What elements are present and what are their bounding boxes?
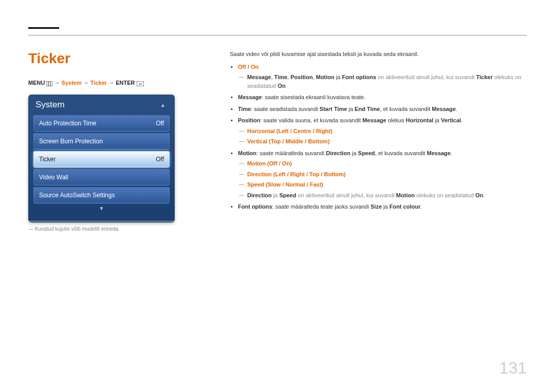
panel-header: System ▲ — [28, 95, 175, 115]
svg-rect-3 — [137, 81, 144, 86]
motion-note: Direction ja Speed on aktiveeritud ainul… — [238, 191, 527, 200]
motion-motion: Motion (Off / On) — [238, 159, 527, 168]
enter-icon — [137, 80, 144, 86]
breadcrumb-ticker: Ticker — [90, 80, 107, 86]
page-title: Ticker — [28, 50, 70, 67]
menu-icon — [46, 80, 52, 86]
menu-item-auto-protection[interactable]: Auto Protection Time Off — [33, 115, 170, 132]
option-off-on: Off / On Message, Time, Position, Motion… — [230, 63, 527, 90]
option-font-options: Font options: saate määratleda teate jao… — [230, 202, 527, 211]
description-column: Saate video või pildi kuvamise ajal sise… — [230, 50, 527, 214]
scroll-down-icon[interactable]: ▼ — [28, 206, 175, 211]
menu-item-video-wall[interactable]: Video Wall — [33, 169, 170, 185]
divider-line — [28, 35, 527, 35]
pos-horizontal: Horizontal (Left / Centre / Right) — [238, 127, 527, 136]
menu-item-source-autoswitch[interactable]: Source AutoSwitch Settings — [33, 187, 170, 203]
breadcrumb-enter: ENTER — [116, 80, 135, 86]
option-time: Time: saate seadistada suvandi Start Tim… — [230, 105, 527, 114]
motion-speed: Speed (Slow / Normal / Fast) — [238, 180, 527, 189]
pos-vertical: Vertical (Top / Middle / Bottom) — [238, 137, 527, 146]
off-on-note: Message, Time, Position, Motion ja Font … — [238, 73, 527, 90]
footnote: Kuvatud kujutis võib mudeliti erineda. — [28, 226, 120, 232]
menu-item-screen-burn[interactable]: Screen Burn Protection — [33, 133, 170, 150]
motion-direction: Direction (Left / Right / Top / Bottom) — [238, 170, 527, 179]
section-marker — [28, 27, 59, 29]
breadcrumb-menu: MENU — [28, 80, 45, 86]
option-motion: Motion: saate määratleda suvandi Directi… — [230, 149, 527, 200]
svg-rect-0 — [46, 81, 52, 86]
system-menu-panel: System ▲ Auto Protection Time Off Screen… — [28, 95, 175, 222]
divider — [28, 221, 175, 221]
option-position: Position: saate valida suuna, et kuvada … — [230, 116, 527, 146]
page-number: 131 — [499, 359, 527, 378]
option-message: Message: saate sisestada ekraanil kuvata… — [230, 93, 527, 102]
scroll-up-icon[interactable]: ▲ — [160, 102, 165, 108]
intro-text: Saate video või pildi kuvamise ajal sise… — [230, 50, 527, 59]
breadcrumb-system: System — [62, 80, 82, 86]
breadcrumb: MENU → System → Ticker → ENTER — [28, 80, 144, 86]
menu-item-ticker[interactable]: Ticker Off — [33, 151, 170, 167]
